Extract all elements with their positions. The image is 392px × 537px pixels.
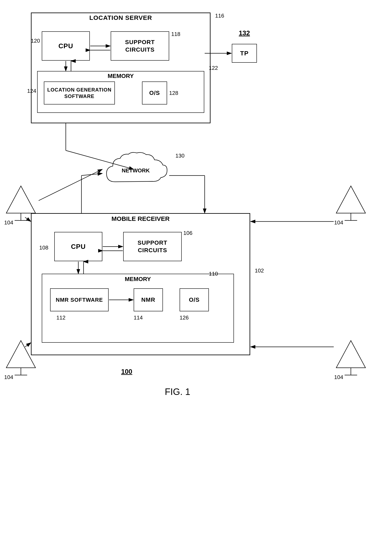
svg-marker-1: [6, 186, 36, 213]
ref-122: 122: [209, 65, 218, 71]
ref-116: 116: [215, 13, 224, 19]
antenna-bottom-left: [4, 339, 37, 376]
mr-memory-label: MEMORY: [42, 276, 234, 283]
svg-text:NETWORK: NETWORK: [122, 167, 150, 174]
ls-cpu-label: CPU: [58, 42, 73, 50]
svg-marker-4: [6, 341, 36, 368]
svg-line-26: [39, 169, 102, 201]
ref-104-bl: 104: [4, 374, 13, 381]
ref-112: 112: [56, 315, 65, 321]
network-cloud: NETWORK: [102, 151, 169, 192]
mr-os-box: O/S: [180, 288, 209, 311]
ls-os-box: O/S: [142, 81, 167, 104]
mr-nmrsoftware-box: NMR SOFTWARE: [50, 288, 109, 311]
antenna-top-left: [4, 184, 37, 221]
ref-118: 118: [171, 31, 180, 38]
ref-104-tl: 104: [4, 219, 13, 226]
ls-locgen-label: LOCATION GENERATIONSOFTWARE: [47, 86, 111, 99]
ref-104-tr: 104: [334, 219, 343, 226]
ref-100: 100: [121, 368, 132, 376]
ref-120: 120: [31, 38, 40, 44]
svg-marker-10: [336, 341, 365, 368]
ls-cpu-box: CPU: [42, 31, 90, 61]
ls-memory-label: MEMORY: [37, 73, 204, 79]
ref-114: 114: [134, 315, 143, 321]
ls-locgen-box: LOCATION GENERATIONSOFTWARE: [44, 81, 115, 104]
ref-108: 108: [39, 245, 48, 251]
tp-label: TP: [240, 50, 248, 57]
svg-marker-7: [336, 186, 365, 213]
ref-128: 128: [169, 90, 178, 96]
ref-130: 130: [175, 153, 184, 159]
antenna-bottom-right: [334, 339, 368, 376]
ls-support-circuits-box: SUPPORTCIRCUITS: [111, 31, 169, 61]
ref-104-br: 104: [334, 374, 343, 381]
mr-support-circuits-label: SUPPORTCIRCUITS: [138, 239, 167, 254]
ls-os-label: O/S: [149, 90, 160, 96]
ref-126: 126: [180, 315, 189, 321]
fig-label: FIG. 1: [146, 386, 209, 397]
ref-124: 124: [27, 88, 36, 94]
ref-132: 132: [232, 29, 257, 37]
mobile-receiver-label: MOBILE RECEIVER: [31, 215, 250, 222]
ref-106: 106: [183, 230, 192, 236]
mr-os-label: O/S: [189, 297, 200, 303]
mr-cpu-label: CPU: [71, 243, 86, 250]
mr-nmrsoftware-label: NMR SOFTWARE: [56, 297, 103, 303]
svg-line-28: [81, 174, 102, 175]
mr-support-circuits-box: SUPPORTCIRCUITS: [123, 232, 182, 261]
ref-110: 110: [209, 271, 218, 277]
mr-nmr-label: NMR: [141, 297, 155, 303]
ls-support-circuits-label: SUPPORTCIRCUITS: [125, 38, 155, 54]
mr-cpu-box: CPU: [54, 232, 102, 261]
tp-box: TP: [232, 44, 257, 63]
antenna-top-right: [334, 184, 368, 221]
location-server-label: LOCATION SERVER: [31, 14, 210, 21]
ref-102: 102: [255, 268, 264, 274]
mr-nmr-box: NMR: [134, 288, 163, 311]
diagram: LOCATION SERVER CPU SUPPORTCIRCUITS MEMO…: [0, 0, 392, 537]
